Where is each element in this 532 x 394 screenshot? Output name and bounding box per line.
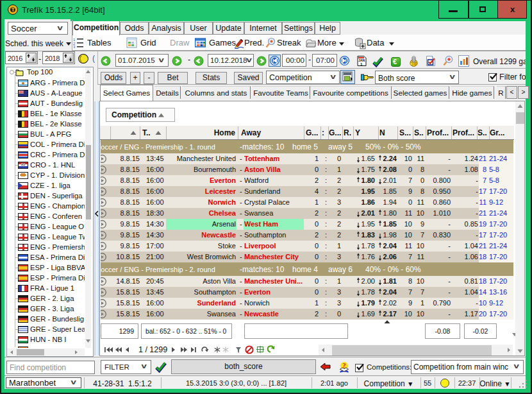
svg-text:?: ? xyxy=(342,361,346,369)
svg-text:3: 3 xyxy=(73,45,76,48)
